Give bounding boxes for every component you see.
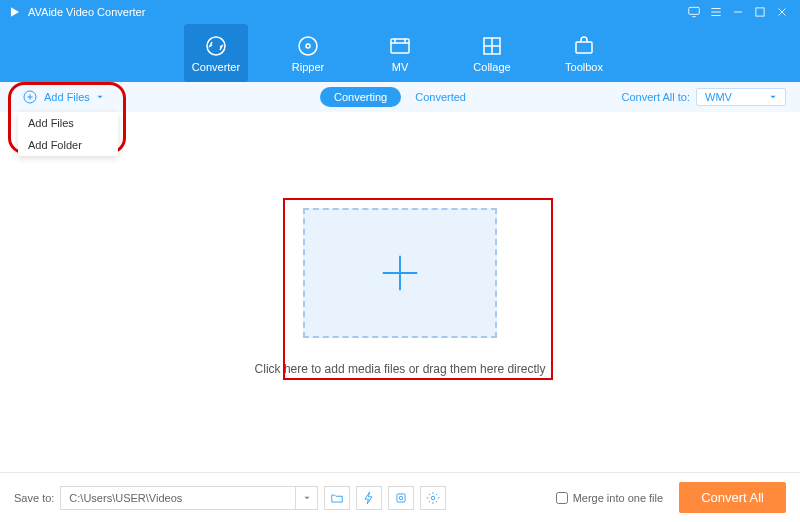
svg-point-12 [432, 496, 436, 500]
app-logo-icon [8, 5, 22, 19]
svg-rect-1 [689, 7, 700, 14]
dropdown-add-folder[interactable]: Add Folder [18, 134, 118, 156]
dropzone[interactable] [303, 208, 497, 338]
svg-point-4 [299, 37, 317, 55]
add-files-button[interactable]: Add Files [14, 86, 112, 108]
svg-marker-0 [11, 7, 19, 16]
navbar: Converter Ripper MV Collage Toolbox [0, 24, 800, 82]
merge-checkbox-input[interactable] [556, 492, 568, 504]
svg-rect-2 [756, 8, 764, 16]
nav-label: Collage [473, 61, 510, 73]
merge-label: Merge into one file [573, 492, 664, 504]
nav-ripper[interactable]: Ripper [276, 24, 340, 82]
maximize-icon[interactable] [750, 2, 770, 22]
tab-converting[interactable]: Converting [320, 87, 401, 107]
footer: Save to: C:\Users\USER\Videos Merge into… [0, 472, 800, 522]
save-to-label: Save to: [14, 492, 54, 504]
save-path-input[interactable]: C:\Users\USER\Videos [61, 492, 295, 504]
path-history-dropdown[interactable] [295, 487, 317, 509]
convert-all-to-label: Convert All to: [622, 91, 690, 103]
chevron-down-icon [96, 93, 104, 101]
gpu-accel-button[interactable] [388, 486, 414, 510]
plus-icon [377, 250, 423, 296]
dropzone-text: Click here to add media files or drag th… [255, 362, 546, 376]
format-value: WMV [705, 91, 732, 103]
high-speed-button[interactable] [356, 486, 382, 510]
browse-folder-button[interactable] [324, 486, 350, 510]
nav-collage[interactable]: Collage [460, 24, 524, 82]
minimize-icon[interactable] [728, 2, 748, 22]
nav-converter[interactable]: Converter [184, 24, 248, 82]
content-area: Click here to add media files or drag th… [0, 112, 800, 472]
menu-icon[interactable] [706, 2, 726, 22]
chevron-down-icon [769, 93, 777, 101]
feedback-icon[interactable] [684, 2, 704, 22]
nav-label: Toolbox [565, 61, 603, 73]
app-title: AVAide Video Converter [28, 6, 145, 18]
svg-point-11 [400, 496, 404, 500]
save-path-box: C:\Users\USER\Videos [60, 486, 318, 510]
add-files-dropdown: Add Files Add Folder [18, 112, 118, 156]
convert-all-button[interactable]: Convert All [679, 482, 786, 513]
status-tabs: Converting Converted [320, 87, 480, 107]
svg-point-5 [306, 44, 310, 48]
close-icon[interactable] [772, 2, 792, 22]
nav-toolbox[interactable]: Toolbox [552, 24, 616, 82]
tab-converted[interactable]: Converted [401, 87, 480, 107]
svg-rect-6 [391, 39, 409, 53]
dropdown-add-files[interactable]: Add Files [18, 112, 118, 134]
toolbar: Add Files Converting Converted Convert A… [0, 82, 800, 112]
svg-rect-8 [576, 42, 592, 53]
nav-label: Ripper [292, 61, 324, 73]
titlebar: AVAide Video Converter [0, 0, 800, 24]
settings-button[interactable] [420, 486, 446, 510]
output-format-select[interactable]: WMV [696, 88, 786, 106]
nav-label: MV [392, 61, 409, 73]
nav-mv[interactable]: MV [368, 24, 432, 82]
add-files-label: Add Files [44, 91, 90, 103]
nav-label: Converter [192, 61, 240, 73]
merge-checkbox[interactable]: Merge into one file [556, 492, 664, 504]
svg-rect-10 [397, 493, 405, 501]
